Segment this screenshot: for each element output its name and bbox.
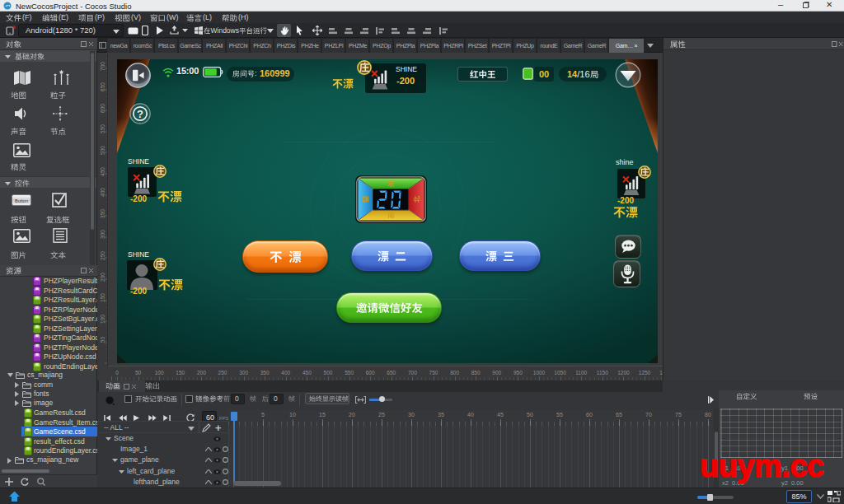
svg-text:?: ? <box>137 108 143 120</box>
svg-text:Button: Button <box>15 198 28 203</box>
